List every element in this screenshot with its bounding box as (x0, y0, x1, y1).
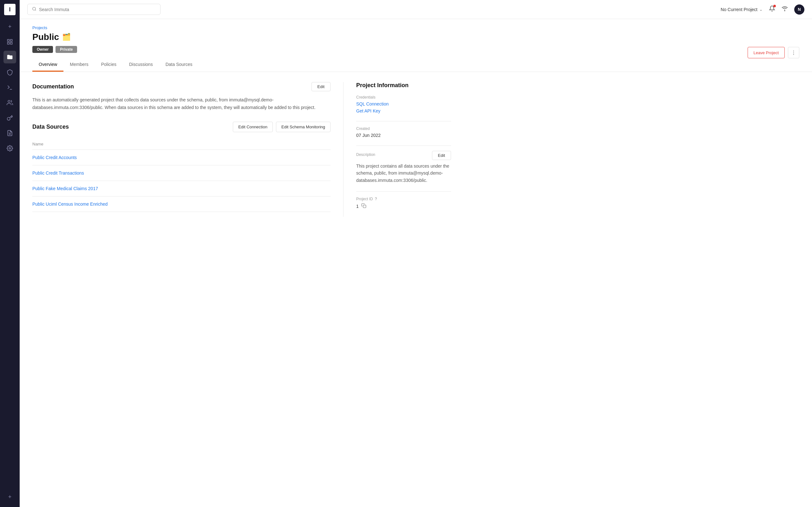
edit-schema-button[interactable]: Edit Schema Monitoring (276, 122, 331, 132)
svg-rect-0 (8, 40, 9, 42)
data-sources-section: Data Sources Edit Connection Edit Schema… (32, 122, 331, 212)
svg-line-10 (35, 10, 36, 11)
breadcrumb[interactable]: Projects (32, 25, 799, 30)
table-row: Public Fake Medical Claims 2017 (32, 181, 331, 196)
search-input[interactable] (39, 7, 156, 12)
data-source-link-3[interactable]: Public Fake Medical Claims 2017 (32, 186, 98, 191)
created-value: 07 Jun 2022 (356, 133, 451, 138)
divider-1 (356, 121, 451, 121)
tabs: Overview Members Policies Discussions Da… (32, 58, 799, 72)
project-id-value: 1 (356, 204, 359, 209)
sidebar-item-people[interactable] (3, 96, 16, 109)
data-source-link-2[interactable]: Public Credit Transactions (32, 170, 84, 176)
sidebar-item-add[interactable]: + (3, 20, 16, 33)
sidebar-logo[interactable]: I (4, 4, 15, 15)
data-sources-table: Name Public Credit Accounts (32, 138, 331, 212)
help-icon[interactable]: ? (375, 197, 377, 201)
created-label: Created (356, 126, 451, 131)
tab-overview[interactable]: Overview (32, 58, 63, 72)
sidebar-item-terminal[interactable] (3, 81, 16, 94)
project-info-title: Project Information (356, 82, 451, 89)
documentation-edit-button[interactable]: Edit (311, 82, 331, 91)
project-id-section: Project ID ? 1 (356, 197, 451, 209)
project-type-icon: 🗂️ (62, 33, 71, 41)
divider-3 (356, 191, 451, 192)
chevron-down-icon: ⌄ (759, 7, 763, 12)
table-header-name: Name (32, 138, 331, 150)
description-section: Description Edit This project contains a… (356, 151, 451, 184)
wifi-icon[interactable] (781, 5, 788, 13)
project-selector-label: No Current Project (721, 7, 757, 12)
sidebar-item-add-bottom[interactable]: + (3, 491, 16, 503)
svg-rect-3 (10, 43, 12, 44)
description-text: This project contains all data sources u… (356, 163, 451, 184)
leave-project-button[interactable]: Leave Project (748, 47, 785, 58)
tab-data-sources[interactable]: Data Sources (159, 58, 199, 72)
content-area: Projects Public 🗂️ Owner Private Overvie… (20, 19, 812, 507)
tab-discussions[interactable]: Discussions (123, 58, 159, 72)
documentation-title: Documentation (32, 83, 74, 90)
documentation-section: Documentation Edit This is an automatica… (32, 82, 331, 112)
divider-2 (356, 146, 451, 146)
page-header-wrapper: Projects Public 🗂️ Owner Private Overvie… (20, 19, 812, 72)
page-header: Projects Public 🗂️ Owner Private Overvie… (20, 19, 812, 72)
tab-members[interactable]: Members (63, 58, 95, 72)
content-grid: Documentation Edit This is an automatica… (20, 72, 464, 227)
badge-owner: Owner (32, 46, 53, 53)
table-cell-name: Public Credit Transactions (32, 165, 331, 181)
page-title-row: Public 🗂️ (32, 32, 799, 42)
svg-point-11 (784, 10, 785, 11)
svg-point-5 (8, 101, 10, 103)
table-cell-name: Public Fake Medical Claims 2017 (32, 181, 331, 196)
description-edit-button[interactable]: Edit (432, 151, 451, 160)
project-id-row: 1 (356, 203, 451, 209)
svg-rect-1 (10, 40, 12, 42)
more-options-button[interactable]: ⋮ (788, 47, 799, 58)
table-row: Public Credit Accounts (32, 150, 331, 165)
copy-icon[interactable] (361, 203, 366, 209)
data-source-link-4[interactable]: Public Uciml Census Income Enriched (32, 202, 107, 207)
project-id-label: Project ID (356, 197, 373, 201)
sql-connection-link[interactable]: SQL Connection (356, 101, 451, 107)
table-cell-name: Public Uciml Census Income Enriched (32, 196, 331, 212)
table-cell-name: Public Credit Accounts (32, 150, 331, 165)
topbar-right: No Current Project ⌄ N (721, 4, 804, 14)
badge-private: Private (55, 46, 77, 53)
table-row: Public Uciml Census Income Enriched (32, 196, 331, 212)
notification-icon[interactable] (769, 5, 775, 13)
documentation-text: This is an automatically generated proje… (32, 96, 331, 112)
right-column: Project Information Credentials SQL Conn… (343, 82, 451, 217)
data-sources-header: Data Sources Edit Connection Edit Schema… (32, 122, 331, 132)
tab-policies[interactable]: Policies (95, 58, 123, 72)
sidebar-item-folder[interactable] (3, 51, 16, 63)
get-api-key-link[interactable]: Get API Key (356, 108, 451, 113)
sidebar-item-shield[interactable] (3, 66, 16, 78)
page-header-actions: Leave Project ⋮ (748, 47, 800, 58)
project-selector[interactable]: No Current Project ⌄ (721, 7, 763, 12)
sidebar-item-key[interactable] (3, 112, 16, 124)
documentation-header: Documentation Edit (32, 82, 331, 91)
svg-rect-12 (363, 205, 366, 208)
data-sources-title: Data Sources (32, 124, 69, 130)
credentials-label: Credentials (356, 95, 451, 100)
search-box[interactable] (27, 4, 160, 15)
left-column: Documentation Edit This is an automatica… (32, 82, 343, 217)
sidebar: I + + (0, 0, 20, 507)
description-header: Description Edit (356, 151, 451, 160)
svg-point-8 (9, 148, 11, 149)
svg-point-9 (33, 7, 36, 10)
credentials-section: Credentials SQL Connection Get API Key (356, 95, 451, 113)
svg-rect-2 (8, 43, 9, 44)
search-icon (32, 7, 37, 12)
data-source-link-1[interactable]: Public Credit Accounts (32, 155, 77, 160)
edit-connection-button[interactable]: Edit Connection (233, 122, 273, 132)
sidebar-item-settings[interactable] (3, 142, 16, 155)
table-row: Public Credit Transactions (32, 165, 331, 181)
description-label: Description (356, 153, 375, 157)
user-avatar[interactable]: N (794, 4, 804, 14)
sidebar-item-report[interactable] (3, 127, 16, 139)
badges: Owner Private (32, 46, 799, 53)
created-section: Created 07 Jun 2022 (356, 126, 451, 138)
notification-dot (773, 5, 776, 7)
sidebar-item-layers[interactable] (3, 36, 16, 48)
